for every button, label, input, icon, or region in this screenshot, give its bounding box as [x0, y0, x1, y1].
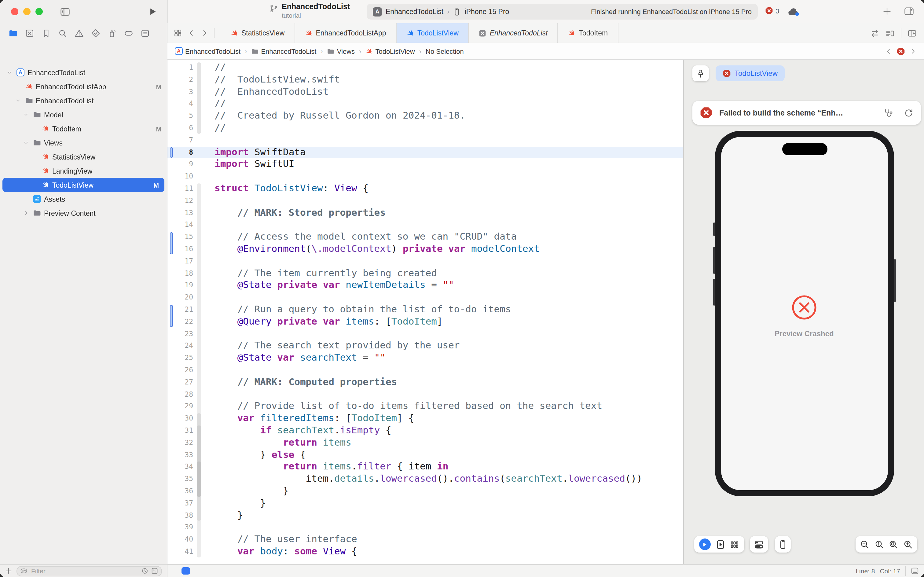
- code-line[interactable]: // The item currently being created: [167, 268, 683, 280]
- code-line[interactable]: import SwiftData: [167, 147, 683, 159]
- spray-navigator-icon[interactable]: [108, 28, 117, 38]
- code-line[interactable]: @Environment(\.modelContext) private var…: [167, 243, 683, 256]
- code-line[interactable]: @State var searchText = "": [167, 352, 683, 364]
- disclosure-icon[interactable]: [15, 98, 21, 103]
- code-line[interactable]: @Query private var items: [TodoItem]: [167, 316, 683, 328]
- add-tab-button[interactable]: [882, 7, 892, 16]
- forward-icon[interactable]: [200, 29, 209, 37]
- breadcrumb-item[interactable]: AEnhancedTodoList: [175, 47, 240, 55]
- code-line[interactable]: }: [167, 498, 683, 510]
- sidebar-item-todolistview[interactable]: TodoListViewM: [2, 178, 164, 192]
- code-line[interactable]: return items: [167, 437, 683, 449]
- line-number[interactable]: 26: [167, 364, 193, 377]
- code-line[interactable]: import SwiftUI: [167, 159, 683, 171]
- selectable-mode-icon[interactable]: [715, 539, 725, 549]
- code-line[interactable]: }: [167, 485, 683, 498]
- sidebar-item-enhancedtodolistapp[interactable]: EnhancedTodoListAppM: [0, 79, 167, 93]
- breadcrumb-item[interactable]: TodoListView: [365, 47, 415, 55]
- tab-EnhancedTodoListApp[interactable]: EnhancedTodoListApp: [295, 23, 396, 43]
- line-number[interactable]: 14: [167, 219, 193, 231]
- variants-mode-icon[interactable]: [730, 539, 740, 549]
- tab-EnhancedTodoList[interactable]: EnhancedTodoList: [469, 23, 558, 43]
- scheme-name[interactable]: EnhancedTodoList: [386, 8, 443, 15]
- line-number[interactable]: 10: [167, 171, 193, 183]
- tab-overview-icon[interactable]: [174, 29, 182, 37]
- prev-issue-icon[interactable]: [885, 47, 892, 55]
- sidebar-item-statisticsview[interactable]: StatisticsView: [0, 150, 167, 164]
- code-line[interactable]: // MARK: Computed properties: [167, 377, 683, 389]
- filter-field[interactable]: [16, 566, 162, 576]
- code-review-icon[interactable]: [870, 28, 879, 38]
- code-line[interactable]: // Created by Russell Gordon on 2024-01-…: [167, 110, 683, 122]
- zoom-fit-icon[interactable]: [889, 539, 898, 549]
- recent-files-icon[interactable]: [141, 567, 148, 575]
- zoom-100-icon[interactable]: [874, 539, 884, 549]
- list-navigator-icon[interactable]: [140, 28, 150, 38]
- source-control-filter-icon[interactable]: [151, 567, 158, 575]
- line-number[interactable]: 39: [167, 522, 193, 534]
- line-number[interactable]: 7: [167, 134, 193, 147]
- code-line[interactable]: // MARK: Stored properties: [167, 207, 683, 219]
- source-editor[interactable]: 1234567891011121314151617181920212223242…: [167, 60, 683, 564]
- code-line[interactable]: // Access the model context so we can "C…: [167, 231, 683, 243]
- line-number[interactable]: 17: [167, 256, 193, 268]
- code-line[interactable]: item.details.lowercased().contains(searc…: [167, 473, 683, 485]
- add-editor-icon[interactable]: [908, 28, 917, 38]
- breadcrumb-item[interactable]: EnhancedTodoList: [251, 47, 316, 55]
- line-number[interactable]: 12: [167, 195, 193, 207]
- code-line[interactable]: }: [167, 509, 683, 522]
- scheme-selector[interactable]: A EnhancedTodoList › iPhone 15 Pro Finis…: [367, 4, 758, 19]
- sidebar-item-enhancedtodolist[interactable]: EnhancedTodoList: [0, 93, 167, 108]
- code-line[interactable]: // Run a query to obtain the list of to-…: [167, 304, 683, 316]
- diagnostics-icon[interactable]: [884, 108, 893, 118]
- inspector-toggle-icon[interactable]: [904, 6, 914, 16]
- code-line[interactable]: //: [167, 98, 683, 110]
- magnifier-navigator-icon[interactable]: [58, 28, 67, 38]
- add-file-button[interactable]: [5, 567, 12, 575]
- x-square-navigator-icon[interactable]: [25, 28, 34, 38]
- device-settings-button[interactable]: [750, 536, 768, 553]
- code-line[interactable]: return items.filter { item in: [167, 461, 683, 474]
- line-number[interactable]: 23: [167, 328, 193, 340]
- sidebar-item-views[interactable]: Views: [0, 136, 167, 150]
- code-line[interactable]: var filteredItems: [TodoItem] {: [167, 413, 683, 425]
- code-line[interactable]: } else {: [167, 449, 683, 461]
- build-error-banner[interactable]: Failed to build the scheme “Enh…: [692, 101, 921, 125]
- code-line[interactable]: //: [167, 122, 683, 134]
- file-error-icon[interactable]: [897, 47, 905, 55]
- live-preview-button[interactable]: [699, 538, 711, 550]
- sidebar-item-assets[interactable]: Assets: [0, 192, 167, 206]
- breadcrumb-item[interactable]: No Selection: [426, 47, 464, 55]
- code-line[interactable]: // The search text provided by the user: [167, 340, 683, 352]
- code-line[interactable]: // Provide list of to-do items filtered …: [167, 401, 683, 413]
- tag-navigator-icon[interactable]: [124, 28, 133, 38]
- sidebar-item-enhancedtodolist[interactable]: AEnhancedTodoList: [0, 65, 167, 79]
- issues-badge[interactable]: 3: [765, 7, 779, 15]
- editor-options-icon[interactable]: [885, 28, 895, 38]
- bottom-bar-toggle-icon[interactable]: [911, 567, 919, 575]
- code-line[interactable]: var body: some View {: [167, 546, 683, 558]
- preview-device-button[interactable]: [775, 536, 791, 553]
- diamond-check-navigator-icon[interactable]: [91, 28, 100, 38]
- preview-tab-pill[interactable]: TodoListView: [716, 65, 784, 81]
- code-line[interactable]: @State private var newItemDetails = "": [167, 280, 683, 292]
- warning-navigator-icon[interactable]: [74, 28, 84, 38]
- folder-navigator-icon[interactable]: [8, 28, 18, 38]
- run-destination[interactable]: iPhone 15 Pro: [465, 8, 509, 15]
- close-window-button[interactable]: [11, 8, 18, 15]
- code-line[interactable]: // The user interface: [167, 533, 683, 546]
- code-line[interactable]: //: [167, 62, 683, 74]
- code-line[interactable]: if searchText.isEmpty {: [167, 425, 683, 437]
- bookmark-navigator-icon[interactable]: [42, 28, 51, 38]
- disclosure-icon[interactable]: [23, 140, 29, 145]
- sidebar-item-model[interactable]: Model: [0, 108, 167, 122]
- zoom-window-button[interactable]: [35, 8, 43, 15]
- run-button[interactable]: [148, 7, 157, 16]
- zoom-out-icon[interactable]: [860, 539, 870, 549]
- code-line[interactable]: struct TodoListView: View {: [167, 183, 683, 195]
- retry-build-icon[interactable]: [904, 108, 914, 118]
- sidebar-toggle-icon[interactable]: [60, 6, 70, 17]
- tab-StatisticsView[interactable]: StatisticsView: [221, 23, 295, 43]
- minimize-window-button[interactable]: [23, 8, 31, 15]
- tab-TodoListView[interactable]: TodoListView: [397, 23, 469, 43]
